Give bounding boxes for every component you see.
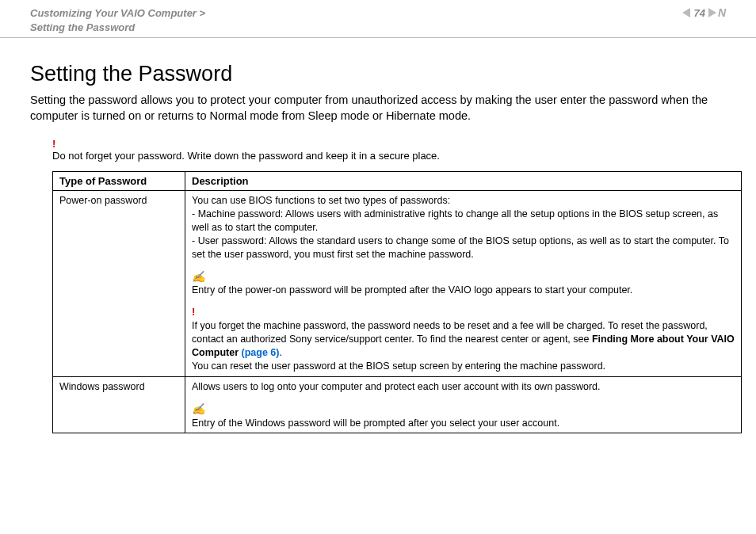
cell-desc-windows: Allows users to log onto your computer a… <box>185 376 742 433</box>
next-page-icon[interactable] <box>708 8 716 17</box>
content-area: Setting the Password Setting the passwor… <box>0 38 756 433</box>
windows-note: Entry of the Windows password will be pr… <box>192 418 559 429</box>
poweron-intro: You can use BIOS functions to set two ty… <box>192 194 735 208</box>
prev-page-icon[interactable] <box>682 8 690 17</box>
bullet-user: - User password: Allows the standard use… <box>192 235 735 261</box>
table-row: Windows password Allows users to log ont… <box>53 376 742 433</box>
poweron-warn-post: You can reset the user password at the B… <box>192 360 605 372</box>
top-warning-text: Do not forget your password. Write down … <box>52 150 440 162</box>
th-desc: Description <box>185 172 742 191</box>
cell-type-windows: Windows password <box>53 376 185 433</box>
page-number: 74 <box>693 7 704 19</box>
n-decoration: N <box>718 6 726 19</box>
top-warning: ! Do not forget your password. Write dow… <box>52 138 726 162</box>
cell-desc-poweron: You can use BIOS functions to set two ty… <box>185 191 742 377</box>
breadcrumb: Customizing Your VAIO Computer > Setting… <box>30 6 205 34</box>
warning-icon: ! <box>52 138 55 150</box>
table-row: Power-on password You can use BIOS funct… <box>53 191 742 377</box>
page-title: Setting the Password <box>30 62 726 86</box>
poweron-note: Entry of the power-on password will be p… <box>192 284 632 296</box>
breadcrumb-line2: Setting the Password <box>30 21 135 33</box>
bullet-machine: - Machine password: Allows users with ad… <box>192 208 735 235</box>
cell-type-poweron: Power-on password <box>53 191 185 377</box>
intro-paragraph: Setting the password allows you to prote… <box>30 93 726 124</box>
warning-icon: ! <box>192 306 195 318</box>
page-header: Customizing Your VAIO Computer > Setting… <box>0 0 756 38</box>
windows-intro: Allows users to log onto your computer a… <box>192 380 735 394</box>
note-icon: ✍ <box>192 269 205 284</box>
pager: 74 N <box>682 6 726 19</box>
th-type: Type of Password <box>53 172 185 191</box>
breadcrumb-line1: Customizing Your VAIO Computer > <box>30 7 205 19</box>
note-icon: ✍ <box>192 402 205 417</box>
page-6-link[interactable]: (page 6) <box>242 347 280 358</box>
password-types-table: Type of Password Description Power-on pa… <box>52 171 742 433</box>
